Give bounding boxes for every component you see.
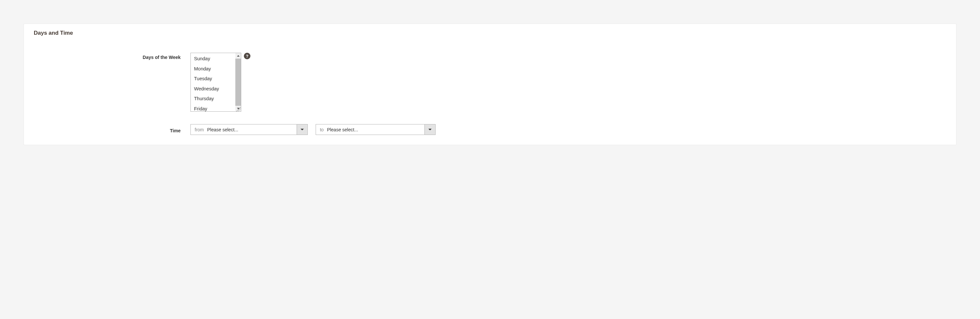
days-label-col: Days of the Week xyxy=(34,53,191,60)
days-multiselect[interactable]: Sunday Monday Tuesday Wednesday Thursday… xyxy=(191,53,241,112)
time-from-select[interactable]: from Please select... xyxy=(191,124,308,135)
time-to-value: Please select... xyxy=(326,127,360,132)
time-from-value: Please select... xyxy=(206,127,240,132)
time-row: Time from Please select... to Please sel… xyxy=(34,124,946,135)
days-options-list: Sunday Monday Tuesday Wednesday Thursday… xyxy=(191,53,235,111)
days-of-week-label: Days of the Week xyxy=(143,55,181,60)
day-option[interactable]: Sunday xyxy=(191,54,235,65)
time-label: Time xyxy=(170,128,181,133)
time-to-select[interactable]: to Please select... xyxy=(316,124,436,135)
days-control-col: Sunday Monday Tuesday Wednesday Thursday… xyxy=(191,53,250,112)
chevron-down-icon xyxy=(237,108,240,110)
days-and-time-section: Days and Time Days of the Week Sunday Mo… xyxy=(24,24,956,145)
scroll-down-button[interactable] xyxy=(235,106,241,111)
time-label-col: Time xyxy=(34,126,191,133)
help-icon[interactable]: ? xyxy=(244,53,250,59)
day-option[interactable]: Tuesday xyxy=(191,75,235,84)
day-option[interactable]: Wednesday xyxy=(191,84,235,95)
chevron-up-icon xyxy=(237,55,240,57)
days-of-week-row: Days of the Week Sunday Monday Tuesday W… xyxy=(34,53,946,112)
multiselect-scrollbar[interactable] xyxy=(235,53,241,111)
chevron-down-icon xyxy=(428,129,432,130)
time-to-prefix: to xyxy=(316,127,326,132)
time-controls: from Please select... to Please select..… xyxy=(191,124,436,135)
time-from-dropdown-button[interactable] xyxy=(297,124,307,135)
section-title: Days and Time xyxy=(34,30,946,37)
time-to-dropdown-button[interactable] xyxy=(425,124,435,135)
scroll-up-button[interactable] xyxy=(235,53,241,59)
time-from-prefix: from xyxy=(191,127,206,132)
day-option[interactable]: Friday xyxy=(191,105,235,111)
chevron-down-icon xyxy=(301,129,304,130)
day-option[interactable]: Thursday xyxy=(191,94,235,105)
day-option[interactable]: Monday xyxy=(191,65,235,75)
